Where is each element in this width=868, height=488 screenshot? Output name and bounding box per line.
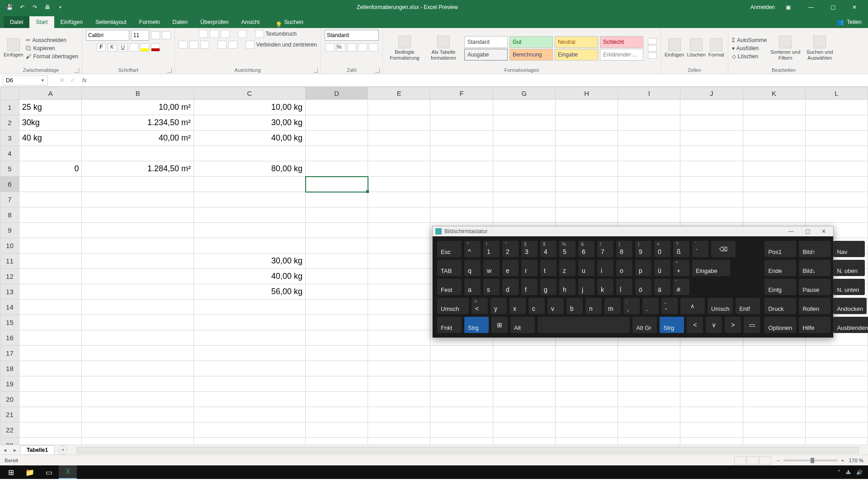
paste-button[interactable]: Einfügen	[4, 38, 23, 58]
increase-font-icon[interactable]	[151, 31, 160, 39]
cell[interactable]	[193, 346, 305, 361]
cell[interactable]	[680, 438, 743, 445]
osk-key[interactable]: ?ß	[673, 241, 689, 257]
cell[interactable]	[618, 392, 680, 407]
undo-icon[interactable]: ↶	[18, 3, 26, 11]
styles-scroll-up-icon[interactable]	[648, 38, 657, 44]
cell[interactable]	[805, 438, 868, 445]
cell[interactable]	[680, 161, 743, 177]
bold-button[interactable]: F	[97, 43, 106, 52]
cell[interactable]	[430, 161, 493, 177]
sheet-nav-prev-icon[interactable]: ◂	[0, 447, 10, 453]
cell[interactable]	[82, 392, 193, 407]
cell[interactable]	[368, 315, 430, 330]
cell[interactable]	[618, 376, 680, 392]
cell[interactable]	[306, 177, 368, 192]
align-center-icon[interactable]	[189, 41, 198, 49]
osk-key[interactable]: Optionen	[764, 317, 796, 333]
cell[interactable]: 30,00 kg	[193, 115, 305, 131]
osk-key[interactable]: Pos1	[764, 241, 796, 257]
cell[interactable]	[306, 269, 368, 284]
style-calc[interactable]: Berechnung	[509, 49, 553, 61]
osk-key[interactable]: ∨	[706, 317, 722, 333]
style-good[interactable]: Gut	[509, 36, 553, 48]
cell[interactable]	[743, 161, 805, 177]
cell[interactable]	[555, 361, 618, 376]
cell[interactable]	[368, 253, 430, 269]
cell[interactable]: 10,00 kg	[193, 100, 305, 115]
cell[interactable]	[493, 131, 555, 146]
cell[interactable]	[306, 438, 368, 445]
cell[interactable]	[680, 192, 743, 207]
osk-key[interactable]: g	[540, 279, 557, 295]
osk-key[interactable]: Ende	[764, 260, 796, 276]
align-dialog-icon[interactable]	[313, 68, 318, 73]
cell[interactable]	[680, 392, 743, 407]
cell[interactable]	[82, 438, 193, 445]
cell[interactable]	[368, 284, 430, 300]
osk-key[interactable]: h	[559, 279, 576, 295]
cell[interactable]	[193, 407, 305, 422]
cell[interactable]	[368, 100, 430, 115]
cell[interactable]: 40 kg	[19, 131, 82, 146]
tab-file[interactable]: Datei	[4, 16, 29, 28]
copy-button[interactable]: ⿻Kopieren	[26, 45, 78, 52]
cell[interactable]	[493, 422, 555, 438]
style-input[interactable]: Eingabe	[555, 49, 598, 61]
cell[interactable]	[680, 100, 743, 115]
osk-key[interactable]: "2	[502, 241, 519, 257]
cell[interactable]	[493, 177, 555, 192]
cell[interactable]	[82, 177, 193, 192]
cell[interactable]	[430, 407, 493, 422]
cell[interactable]	[618, 207, 680, 223]
style-neutral[interactable]: Neutral	[555, 36, 598, 48]
cell[interactable]	[493, 392, 555, 407]
align-middle-icon[interactable]	[210, 30, 219, 38]
cell[interactable]	[368, 392, 430, 407]
row-header[interactable]: 11	[0, 253, 19, 269]
cell[interactable]	[743, 100, 805, 115]
cell[interactable]	[805, 422, 868, 438]
osk-key[interactable]: n	[585, 298, 602, 314]
osk-key[interactable]: §3	[521, 241, 538, 257]
cell[interactable]	[306, 422, 368, 438]
osk-key[interactable]: Rollen	[799, 298, 830, 314]
indent-inc-icon[interactable]	[228, 41, 237, 49]
cell[interactable]	[193, 177, 305, 192]
select-all-button[interactable]	[0, 87, 19, 100]
osk-key[interactable]: ∧	[680, 298, 705, 314]
cell[interactable]	[555, 207, 618, 223]
osk-key[interactable]: a	[464, 279, 481, 295]
taskbar-app-icon[interactable]: ▭	[40, 465, 58, 479]
osk-key[interactable]: Druck	[764, 298, 796, 314]
cell[interactable]	[193, 361, 305, 376]
style-standard[interactable]: Standard	[464, 36, 508, 48]
cell[interactable]	[555, 392, 618, 407]
osk-key[interactable]: N. unten	[833, 279, 865, 295]
cell[interactable]	[368, 422, 430, 438]
cell[interactable]	[306, 315, 368, 330]
osk-key[interactable]: Einfg	[764, 279, 796, 295]
sheet-nav-next-icon[interactable]: ▸	[10, 447, 20, 453]
row-header[interactable]: 21	[0, 407, 19, 422]
row-header[interactable]: 12	[0, 269, 19, 284]
cell[interactable]	[805, 207, 868, 223]
cell[interactable]	[618, 131, 680, 146]
cell[interactable]	[555, 100, 618, 115]
osk-key[interactable]: p	[635, 260, 651, 276]
cell[interactable]	[618, 146, 680, 161]
align-right-icon[interactable]	[200, 41, 209, 49]
cell[interactable]	[493, 407, 555, 422]
view-pagelayout-icon[interactable]	[747, 456, 759, 465]
cell[interactable]	[193, 146, 305, 161]
cell[interactable]	[680, 146, 743, 161]
cell[interactable]	[19, 330, 82, 346]
osk-key[interactable]: Alt	[510, 317, 535, 333]
cell[interactable]	[555, 161, 618, 177]
cell[interactable]	[368, 346, 430, 361]
osk-key[interactable]: Esc	[437, 241, 462, 257]
wrap-icon[interactable]	[255, 30, 264, 38]
cell[interactable]	[430, 422, 493, 438]
cell[interactable]	[368, 238, 430, 253]
cell[interactable]	[743, 207, 805, 223]
